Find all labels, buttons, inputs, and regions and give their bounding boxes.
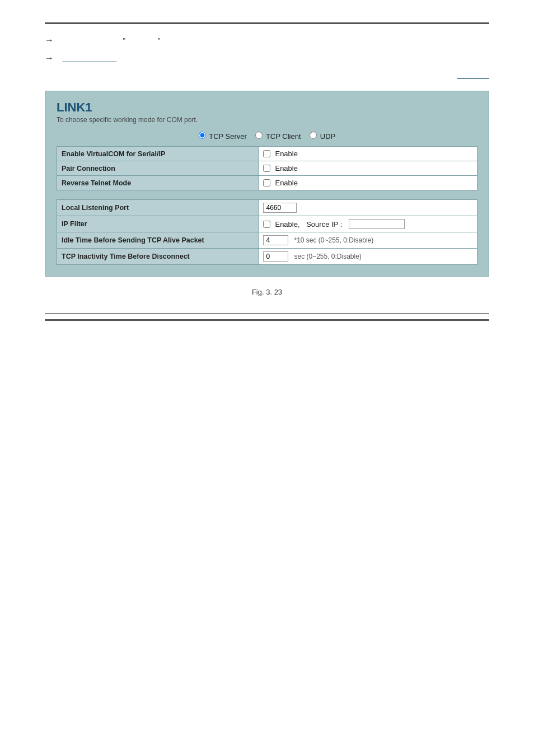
idle-time-note: *10 sec (0~255, 0:Disable) <box>294 236 373 244</box>
link1-title: LINK1 <box>57 100 477 115</box>
row-reverse-telnet-label: Reverse Telnet Mode <box>57 176 259 190</box>
row-reverse-telnet-value: Enable <box>259 176 477 190</box>
pair-enable-label: Enable <box>275 164 297 172</box>
reverse-telnet-enable-label: Enable <box>275 179 297 187</box>
row-virtualcom-value: Enable <box>259 147 477 161</box>
tcp-inactivity-note: sec (0~255, 0:Disable) <box>294 253 361 260</box>
virtualcom-enable-label: Enable <box>275 150 297 158</box>
idle-time-input[interactable] <box>263 235 288 245</box>
radio-tcp-server-text: TCP Server <box>209 132 247 141</box>
page-wrapper: → " " → LINK1 <box>0 0 534 756</box>
row-local-port-value <box>259 200 477 216</box>
row-ip-filter: IP Filter Enable, Source IP : <box>57 216 477 232</box>
reverse-telnet-checkbox[interactable] <box>263 179 270 186</box>
ip-filter-checkbox[interactable] <box>263 221 270 228</box>
tcp-inactivity-input[interactable] <box>263 251 288 262</box>
row-idle-time: Idle Time Before Sending TCP Alive Packe… <box>57 232 477 249</box>
source-ip-input[interactable] <box>349 219 405 229</box>
local-port-input[interactable] <box>263 203 297 213</box>
spacer-between-tables <box>57 190 477 199</box>
row-idle-time-label: Idle Time Before Sending TCP Alive Packe… <box>57 232 259 249</box>
row-pair-connection: Pair Connection Enable <box>57 161 477 176</box>
row-pair-label: Pair Connection <box>57 161 259 176</box>
radio-tcp-server[interactable] <box>199 132 206 139</box>
radio-udp-label[interactable]: UDP <box>310 132 335 141</box>
quote-open: " <box>123 36 126 45</box>
radio-row: TCP Server TCP Client UDP <box>57 132 477 141</box>
fig-caption: Fig. 3. 23 <box>45 288 489 296</box>
radio-tcp-client-text: TCP Client <box>266 132 301 141</box>
right-link-row <box>45 71 489 80</box>
top-rule <box>45 22 489 24</box>
link-1[interactable] <box>62 54 117 63</box>
link1-box: LINK1 To choose specific working mode fo… <box>45 91 489 277</box>
row-virtualcom-label: Enable VirtualCOM for Serial/IP <box>57 147 259 161</box>
row-tcp-inactivity-label: TCP Inactivity Time Before Disconnect <box>57 249 259 265</box>
radio-tcp-client-label[interactable]: TCP Client <box>255 132 303 141</box>
arrow-text-2 <box>58 54 117 63</box>
row-pair-value: Enable <box>259 161 477 176</box>
virtualcom-checkbox[interactable] <box>263 150 270 157</box>
radio-udp[interactable] <box>310 132 317 139</box>
radio-udp-text: UDP <box>320 132 335 141</box>
arrow-icon-1: → <box>45 35 54 45</box>
arrow-row-2: → <box>45 53 489 63</box>
bottom-rule-single <box>45 313 489 314</box>
top-settings-table: Enable VirtualCOM for Serial/IP Enable P… <box>57 146 477 190</box>
quote-close: " <box>158 36 161 45</box>
source-ip-label: Source IP : <box>306 220 342 228</box>
link1-subtitle: To choose specific working mode for COM … <box>57 116 477 124</box>
arrow-text-1: " " <box>58 36 161 45</box>
bottom-settings-table: Local Listening Port IP Filter Enable, S… <box>57 199 477 265</box>
arrow-icon-2: → <box>45 53 54 63</box>
pair-checkbox[interactable] <box>263 165 270 172</box>
arrow-row-1: → " " <box>45 35 489 45</box>
row-ip-filter-label: IP Filter <box>57 216 259 232</box>
radio-tcp-server-label[interactable]: TCP Server <box>199 132 249 141</box>
row-tcp-inactivity-value: sec (0~255, 0:Disable) <box>259 249 477 265</box>
bottom-rule-double <box>45 319 489 321</box>
row-idle-time-value: *10 sec (0~255, 0:Disable) <box>259 232 477 249</box>
row-reverse-telnet: Reverse Telnet Mode Enable <box>57 176 477 190</box>
radio-tcp-client[interactable] <box>255 132 263 139</box>
ip-filter-enable-text: Enable, <box>275 220 299 228</box>
row-ip-filter-value: Enable, Source IP : <box>259 216 477 232</box>
row-virtualcom: Enable VirtualCOM for Serial/IP Enable <box>57 147 477 161</box>
right-link[interactable] <box>457 71 489 80</box>
row-local-port-label: Local Listening Port <box>57 200 259 216</box>
row-tcp-inactivity: TCP Inactivity Time Before Disconnect se… <box>57 249 477 265</box>
row-local-port: Local Listening Port <box>57 200 477 216</box>
